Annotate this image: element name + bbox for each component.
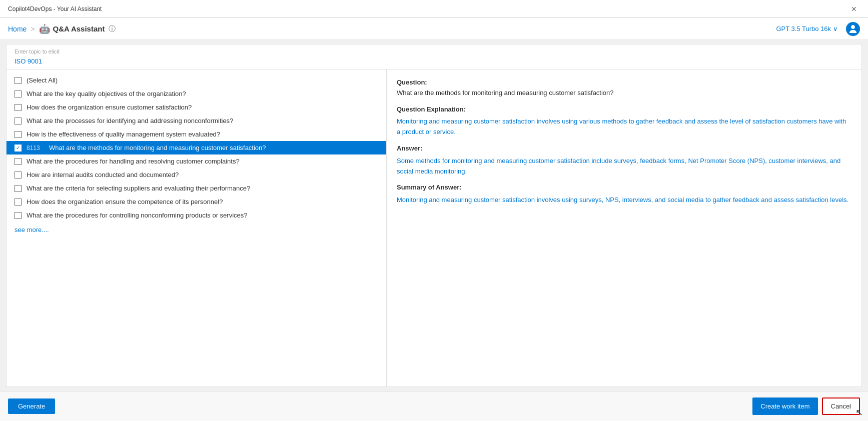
question-checkbox[interactable]: ✓ — [15, 144, 22, 152]
split-pane: (Select All) What are the key quality ob… — [7, 70, 861, 386]
main-content: Enter topic to elicit ISO 9001 (Select A… — [6, 44, 862, 387]
nav-separator: > — [31, 25, 35, 33]
question-checkbox[interactable] — [15, 118, 22, 124]
question-checkbox[interactable] — [15, 104, 22, 111]
topic-area: Enter topic to elicit ISO 9001 — [7, 44, 861, 70]
question-item[interactable]: What are the procedures for controlling … — [7, 208, 386, 222]
topic-label: Enter topic to elicit — [7, 44, 861, 56]
explanation-text: Monitoring and measuring customer satisf… — [397, 116, 851, 138]
answer-text: Some methods for monitoring and measurin… — [397, 156, 851, 177]
question-label: Question: — [397, 78, 427, 86]
home-link[interactable]: Home — [8, 25, 27, 33]
question-list: (Select All) What are the key quality ob… — [7, 70, 387, 386]
question-text: What are the methods for monitoring and … — [397, 89, 614, 96]
bottom-bar: Generate Create work item Cancel ↖ — [0, 391, 868, 421]
nav-bar: Home > 🤖 Q&A Assistant ⓘ GPT 3.5 Turbo 1… — [0, 18, 868, 40]
question-item[interactable]: What are the criteria for selecting supp… — [7, 182, 386, 195]
question-items-container: What are the key quality objectives of t… — [7, 87, 386, 222]
topic-input[interactable]: ISO 9001 — [7, 56, 861, 69]
summary-label: Summary of Answer: — [397, 184, 462, 191]
window-title: Copilot4DevOps - Your AI Assistant — [8, 6, 102, 12]
summary-text: Monitoring and measuring customer satisf… — [397, 195, 851, 206]
summary-section: Summary of Answer: Monitoring and measur… — [397, 182, 851, 206]
select-all-checkbox[interactable] — [15, 77, 22, 84]
question-checkbox[interactable] — [15, 90, 22, 98]
info-icon[interactable]: ⓘ — [109, 24, 116, 34]
select-all-item[interactable]: (Select All) — [7, 74, 386, 87]
question-checkbox[interactable] — [15, 158, 22, 165]
page-title-area: 🤖 Q&A Assistant — [39, 24, 105, 34]
answer-section: Answer: Some methods for monitoring and … — [397, 144, 851, 176]
explanation-label: Question Explanation: — [397, 106, 466, 113]
question-checkbox[interactable] — [15, 172, 22, 178]
question-item[interactable]: What are the key quality objectives of t… — [7, 87, 386, 100]
select-all-label: (Select All) — [27, 76, 58, 84]
see-more-link[interactable]: see more.... — [7, 222, 386, 238]
generate-button[interactable]: Generate — [8, 398, 55, 414]
question-checkbox[interactable] — [15, 185, 22, 192]
question-text: What are the procedures for handling and… — [27, 158, 240, 165]
cancel-button[interactable]: Cancel ↖ — [822, 398, 860, 415]
chevron-down-icon: ∨ — [833, 25, 838, 32]
cursor-icon: ↖ — [855, 407, 863, 418]
question-item[interactable]: How are internal audits conducted and do… — [7, 168, 386, 182]
question-text: How does the organization ensure the com… — [27, 198, 223, 206]
question-item[interactable]: How does the organization ensure the com… — [7, 195, 386, 208]
user-avatar[interactable] — [846, 22, 860, 36]
title-bar: Copilot4DevOps - Your AI Assistant ✕ — [0, 0, 868, 18]
question-checkbox[interactable] — [15, 198, 22, 206]
create-work-item-button[interactable]: Create work item — [752, 398, 817, 415]
question-text: What are the processes for identifying a… — [27, 117, 233, 124]
explanation-section: Question Explanation: Monitoring and mea… — [397, 104, 851, 138]
nav-right: GPT 3.5 Turbo 16k ∨ — [772, 22, 860, 36]
model-selector[interactable]: GPT 3.5 Turbo 16k ∨ — [772, 23, 842, 34]
question-text: What are the procedures for controlling … — [27, 212, 248, 219]
close-button[interactable]: ✕ — [848, 4, 860, 14]
question-text: How are internal audits conducted and do… — [27, 171, 179, 178]
question-checkbox[interactable] — [15, 131, 22, 138]
nav-left: Home > 🤖 Q&A Assistant ⓘ — [8, 24, 116, 34]
cancel-label: Cancel — [831, 402, 851, 410]
question-item[interactable]: How does the organization ensure custome… — [7, 100, 386, 114]
question-item[interactable]: What are the processes for identifying a… — [7, 114, 386, 128]
detail-pane: Question: What are the methods for monit… — [387, 70, 861, 386]
question-item[interactable]: ✓8113What are the methods for monitoring… — [7, 141, 386, 154]
question-item[interactable]: How is the effectiveness of quality mana… — [7, 128, 386, 141]
question-text: How does the organization ensure custome… — [27, 104, 192, 111]
question-section: Question: What are the methods for monit… — [397, 78, 851, 98]
answer-label: Answer: — [397, 144, 422, 152]
model-label: GPT 3.5 Turbo 16k — [776, 25, 831, 32]
question-text: How is the effectiveness of quality mana… — [27, 130, 220, 138]
question-number: 8113 — [27, 144, 44, 152]
right-buttons: Create work item Cancel ↖ — [752, 398, 860, 415]
question-text: What are the methods for monitoring and … — [49, 144, 266, 152]
question-item[interactable]: What are the procedures for handling and… — [7, 154, 386, 168]
question-text: What are the criteria for selecting supp… — [27, 184, 250, 192]
page-title: Q&A Assistant — [53, 24, 105, 33]
question-text: What are the key quality objectives of t… — [27, 90, 186, 98]
question-checkbox[interactable] — [15, 212, 22, 219]
qa-icon: 🤖 — [39, 24, 50, 34]
